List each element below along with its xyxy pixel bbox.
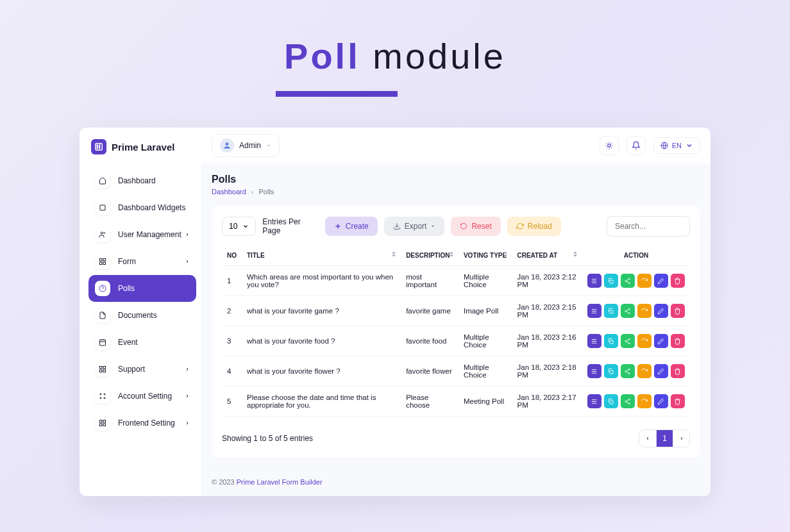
svg-rect-32	[610, 280, 614, 283]
sidebar-item-label: Documents	[118, 311, 157, 320]
table-row: 1 Which areas are most important to you …	[222, 266, 690, 296]
trash-button[interactable]	[671, 394, 685, 408]
sidebar-item-polls[interactable]: Polls	[88, 275, 196, 302]
th-created-at[interactable]: CREATED AT	[512, 245, 582, 266]
caret-down-icon	[430, 224, 435, 229]
user-menu[interactable]: Admin	[212, 134, 280, 157]
svg-point-37	[629, 308, 630, 310]
cell-created-at: Jan 18, 2023 2:18 PM	[512, 356, 582, 387]
export-button[interactable]: Export	[384, 217, 445, 236]
reload-button[interactable]	[637, 394, 651, 408]
copy-button[interactable]	[604, 334, 618, 348]
th-no[interactable]: NO	[222, 245, 242, 266]
cell-description: favorite food	[401, 326, 458, 356]
entries-per-page-select[interactable]: 10	[222, 217, 256, 236]
share-button[interactable]	[621, 274, 635, 288]
edit-button[interactable]	[654, 364, 668, 378]
bell-icon	[632, 141, 641, 150]
breadcrumb-link[interactable]: Dashboard	[212, 188, 246, 195]
trash-button[interactable]	[671, 274, 685, 288]
language-button[interactable]: EN	[653, 137, 700, 154]
reset-button[interactable]: Reset	[451, 217, 500, 236]
share-icon	[624, 368, 631, 375]
page-1-button[interactable]: 1	[656, 430, 673, 447]
th-title[interactable]: TITLE	[242, 245, 401, 266]
page-next-button[interactable]	[673, 430, 689, 447]
edit-button[interactable]	[654, 394, 668, 408]
search-input[interactable]	[607, 216, 690, 237]
edit-icon	[657, 368, 664, 375]
svg-point-20	[100, 394, 101, 395]
list-button[interactable]	[587, 334, 601, 348]
reload-button[interactable]	[637, 274, 651, 288]
table-row: 3 what is your favorite food ? favorite …	[222, 326, 690, 356]
cell-description: favorite game	[401, 296, 458, 326]
theme-toggle-button[interactable]	[600, 136, 619, 155]
svg-point-47	[629, 372, 630, 374]
create-button[interactable]: Create	[325, 217, 378, 236]
sidebar-item-documents[interactable]: Documents	[88, 302, 196, 329]
table-row: 2 what is your favorite game ? favorite …	[222, 296, 690, 326]
th-voting-type[interactable]: VOTING TYPE	[458, 245, 512, 266]
share-button[interactable]	[621, 334, 635, 348]
list-button[interactable]	[587, 304, 601, 318]
edit-icon	[657, 308, 664, 315]
svg-rect-19	[103, 370, 106, 372]
sidebar-item-dashboard[interactable]: Dashboard	[88, 167, 196, 194]
edit-button[interactable]	[654, 274, 668, 288]
cell-title: Which areas are most important to you wh…	[242, 266, 401, 296]
footer-link[interactable]: Prime Laravel Form Builder	[237, 478, 323, 486]
trash-button[interactable]	[671, 364, 685, 378]
svg-point-9	[104, 233, 105, 234]
copy-button[interactable]	[604, 394, 618, 408]
sidebar-item-dashboard-widgets[interactable]: Dashboard Widgets	[88, 194, 196, 221]
sidebar-item-user-management[interactable]: User Management	[88, 221, 196, 248]
grid-icon	[95, 362, 110, 377]
sidebar-item-frontend-setting[interactable]: Frontend Setting	[88, 410, 196, 436]
svg-point-41	[629, 338, 630, 340]
sidebar-item-label: Form	[118, 257, 136, 266]
copy-button[interactable]	[604, 364, 618, 378]
pagination: 1	[639, 429, 690, 447]
trash-button[interactable]	[671, 334, 685, 348]
reload-button[interactable]	[637, 334, 651, 348]
trash-icon	[674, 338, 681, 345]
svg-rect-36	[610, 310, 614, 313]
share-button[interactable]	[621, 394, 635, 408]
share-button[interactable]	[621, 364, 635, 378]
logo-icon	[91, 139, 106, 154]
reload-button[interactable]	[637, 364, 651, 378]
list-button[interactable]	[587, 274, 601, 288]
svg-point-23	[104, 397, 105, 399]
globe-icon	[660, 142, 668, 149]
edit-button[interactable]	[654, 304, 668, 318]
list-button[interactable]	[587, 364, 601, 378]
sidebar-item-event[interactable]: Event	[88, 329, 196, 356]
copy-button[interactable]	[604, 304, 618, 318]
page-title: Poll module	[0, 0, 790, 97]
reload-button[interactable]	[637, 304, 651, 318]
cell-voting-type: Multiple Choice	[458, 266, 512, 296]
file-icon	[95, 308, 110, 323]
logo[interactable]: Prime Laravel	[88, 137, 196, 162]
chevron-right-icon	[185, 257, 190, 266]
notifications-button[interactable]	[626, 136, 646, 155]
sidebar-item-form[interactable]: Form	[88, 248, 196, 275]
svg-point-34	[625, 280, 626, 281]
page-prev-button[interactable]	[639, 430, 656, 447]
trash-button[interactable]	[671, 304, 685, 318]
share-button[interactable]	[621, 304, 635, 318]
th-description[interactable]: DESCRIPTION	[401, 245, 458, 266]
list-button[interactable]	[587, 394, 601, 408]
cell-no: 1	[222, 266, 242, 296]
copy-button[interactable]	[604, 274, 618, 288]
reload-button[interactable]: Reload	[507, 217, 561, 236]
svg-point-22	[100, 397, 101, 399]
refresh-icon	[516, 222, 524, 230]
sidebar-item-support[interactable]: Support	[88, 356, 196, 383]
sidebar-item-account-setting[interactable]: Account Setting	[88, 383, 196, 410]
calendar-icon	[95, 335, 110, 350]
edit-button[interactable]	[654, 334, 668, 348]
showing-text: Showing 1 to 5 of 5 entries	[222, 434, 313, 443]
svg-rect-27	[103, 424, 106, 426]
